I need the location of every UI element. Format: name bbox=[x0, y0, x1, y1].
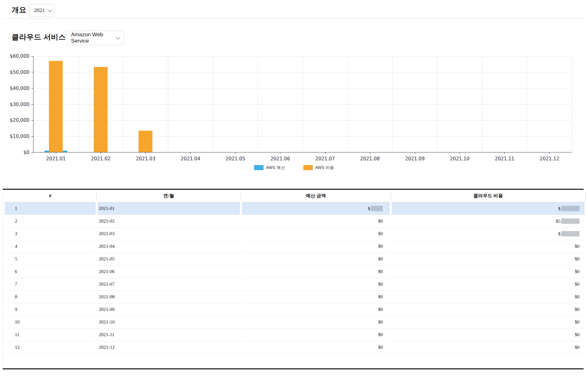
table-row[interactable]: 22021-02$0$5 bbox=[5, 215, 585, 228]
column-header[interactable]: 예산 금액 bbox=[242, 190, 390, 202]
budget-amount-cell: $0 bbox=[242, 240, 390, 253]
redacted-value bbox=[561, 218, 579, 224]
year-month-cell: 2021-06 bbox=[98, 265, 240, 278]
monthly-budget-table: #연/월예산 금액클라우드 비용 12021-01$$22021-02$0$53… bbox=[3, 189, 584, 369]
y-axis-label: $40,000 bbox=[10, 86, 29, 91]
year-select-value: 2021 bbox=[34, 7, 45, 14]
header-divider bbox=[3, 18, 585, 19]
chart-bar-cost[interactable] bbox=[94, 67, 108, 152]
x-gridline bbox=[78, 56, 79, 152]
chevron-down-icon bbox=[48, 8, 52, 12]
year-month-cell: 2021-07 bbox=[98, 278, 240, 291]
year-month-cell: 2021-10 bbox=[98, 316, 240, 329]
column-separator bbox=[241, 192, 241, 200]
budget-amount-cell: $0 bbox=[242, 303, 390, 316]
y-axis-tick bbox=[31, 152, 33, 153]
budget-amount-cell: $0 bbox=[242, 291, 390, 303]
x-axis-label: 2021.11 bbox=[495, 156, 514, 162]
column-header[interactable]: # bbox=[5, 190, 96, 202]
year-month-cell: 2021-04 bbox=[98, 240, 240, 253]
cloud-cost-cell: $0 bbox=[392, 291, 585, 303]
y-axis-tick bbox=[31, 136, 33, 137]
row-number-cell: 3 bbox=[5, 228, 96, 240]
table-row[interactable]: 52021-05$0$0 bbox=[5, 253, 585, 265]
column-header[interactable]: 연/월 bbox=[98, 190, 240, 202]
row-number-cell: 6 bbox=[5, 265, 96, 278]
year-select[interactable]: 2021 bbox=[29, 4, 54, 17]
budget-amount-cell: $0 bbox=[242, 341, 390, 354]
row-number-cell: 7 bbox=[5, 278, 96, 291]
cloud-cost-cell: $0 bbox=[392, 329, 585, 341]
column-header[interactable]: 클라우드 비용 bbox=[392, 190, 585, 202]
row-number-cell: 11 bbox=[5, 329, 96, 341]
budget-amount-cell: $0 bbox=[242, 228, 390, 240]
table-row[interactable]: 112021-11$0$0 bbox=[5, 329, 585, 341]
legend-item[interactable]: AWS 비용 bbox=[303, 165, 334, 170]
cloud-cost-cell: $0 bbox=[392, 278, 585, 291]
x-gridline bbox=[572, 56, 572, 152]
budget-amount-cell: $0 bbox=[242, 329, 390, 341]
y-axis-tick bbox=[31, 88, 33, 88]
redacted-value bbox=[561, 206, 579, 211]
x-axis-tick bbox=[190, 152, 191, 154]
table-row[interactable]: 92021-09$0$0 bbox=[5, 303, 585, 316]
table-header-row: #연/월예산 금액클라우드 비용 bbox=[5, 190, 585, 202]
table-row[interactable]: 32021-03$0$ bbox=[5, 228, 585, 240]
x-gridline bbox=[123, 56, 123, 152]
chart-bar-cost[interactable] bbox=[139, 131, 152, 152]
table-row[interactable]: 72021-07$0$0 bbox=[5, 278, 585, 291]
table-row[interactable]: 62021-06$0$0 bbox=[5, 265, 585, 278]
x-axis-label: 2021.09 bbox=[405, 156, 425, 162]
cloud-service-select[interactable]: Amazon Web Service bbox=[66, 31, 124, 45]
x-axis-tick bbox=[549, 152, 549, 154]
y-axis-tick bbox=[31, 104, 33, 104]
y-axis-label: $20,000 bbox=[10, 117, 29, 123]
table-row[interactable]: 82021-08$0$0 bbox=[5, 291, 585, 303]
x-axis-label: 2021.02 bbox=[91, 156, 110, 162]
row-number-cell: 2 bbox=[5, 215, 96, 228]
budget-amount-cell: $0 bbox=[242, 278, 390, 291]
row-number-cell: 10 bbox=[5, 316, 96, 329]
x-gridline bbox=[258, 56, 258, 152]
table-row[interactable]: 42021-04$0$0 bbox=[5, 240, 585, 253]
x-gridline bbox=[482, 56, 482, 152]
chevron-down-icon bbox=[116, 35, 120, 39]
x-axis-label: 2021.08 bbox=[360, 156, 380, 162]
chart-plot: $0$10,000$20,000$30,000$40,000$50,000$60… bbox=[33, 56, 572, 152]
x-axis-tick bbox=[235, 152, 235, 154]
y-axis-tick bbox=[31, 72, 33, 72]
table-row[interactable]: 122021-12$0$0 bbox=[5, 341, 585, 354]
budget-amount-cell: $0 bbox=[242, 253, 390, 265]
year-month-cell: 2021-02 bbox=[98, 215, 240, 228]
x-axis-label: 2021.04 bbox=[181, 156, 200, 162]
cloud-cost-cell: $0 bbox=[392, 341, 585, 354]
cloud-cost-cell: $0 bbox=[392, 303, 585, 316]
chart-bar-cost[interactable] bbox=[49, 61, 63, 152]
budget-cost-chart: $0$10,000$20,000$30,000$40,000$50,000$60… bbox=[0, 47, 588, 179]
column-separator bbox=[97, 192, 97, 200]
x-axis-tick bbox=[504, 152, 505, 154]
cloud-cost-cell: $ bbox=[392, 228, 585, 240]
legend-label: AWS 비용 bbox=[315, 165, 334, 170]
legend-item[interactable]: AWS 예산 bbox=[254, 165, 285, 170]
year-month-cell: 2021-11 bbox=[98, 329, 240, 341]
year-month-cell: 2021-05 bbox=[98, 253, 240, 265]
table-row[interactable]: 102021-10$0$0 bbox=[5, 316, 585, 329]
x-axis-label: 2021.12 bbox=[540, 156, 559, 162]
y-axis-tick bbox=[31, 120, 33, 121]
y-axis-label: $50,000 bbox=[10, 69, 29, 75]
x-axis-label: 2021.10 bbox=[450, 156, 470, 162]
row-number-cell: 8 bbox=[5, 291, 96, 303]
x-axis-label: 2021.06 bbox=[270, 156, 290, 162]
y-axis-tick bbox=[31, 56, 33, 57]
x-axis-tick bbox=[56, 152, 56, 154]
row-number-cell: 4 bbox=[5, 240, 96, 253]
x-axis-label: 2021.01 bbox=[46, 156, 66, 162]
legend-label: AWS 예산 bbox=[266, 165, 285, 170]
cloud-cost-cell: $0 bbox=[392, 316, 585, 329]
table-row[interactable]: 12021-01$$ bbox=[5, 202, 585, 215]
year-month-cell: 2021-03 bbox=[98, 228, 240, 240]
redacted-value bbox=[371, 206, 383, 211]
x-axis-tick bbox=[415, 152, 415, 154]
x-axis-label: 2021.07 bbox=[315, 156, 335, 162]
